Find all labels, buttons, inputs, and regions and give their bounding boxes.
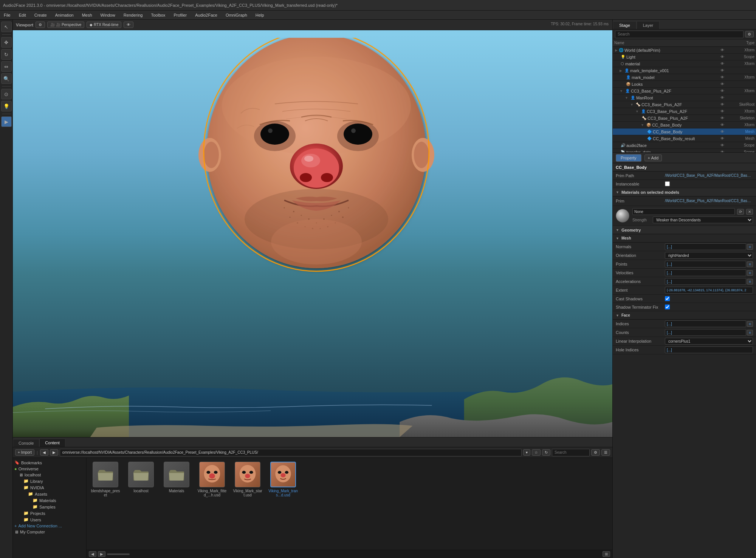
tab-stage[interactable]: Stage: [613, 21, 637, 29]
menu-create[interactable]: Create: [33, 12, 48, 18]
eye-audio2face[interactable]: 👁: [720, 143, 724, 147]
orientation-select[interactable]: rightHanded leftHanded: [665, 252, 753, 259]
tree-nvidia[interactable]: 📁NVIDIA: [13, 484, 86, 491]
points-expand-btn[interactable]: ≡: [747, 261, 753, 267]
hole-indices-input[interactable]: [665, 346, 753, 353]
stage-row-cc-base-body-result[interactable]: 🔷 CC_Base_Body_result 👁 Mesh: [613, 135, 756, 142]
file-item-transferred[interactable]: Viking_Mark_trans...d.usd: [268, 462, 298, 497]
stage-row-light[interactable]: 💡 Light 👁 Scope: [613, 54, 756, 60]
material-name-input[interactable]: [632, 208, 735, 215]
eye-cc3-xform[interactable]: 👁: [720, 109, 724, 113]
velocities-expand-btn[interactable]: ≡: [747, 270, 753, 276]
toolbar-zoom-btn[interactable]: 🔍: [1, 73, 12, 84]
tree-omniverse[interactable]: ●Omniverse: [13, 466, 86, 472]
eye-cc3-base-plus[interactable]: 👁: [720, 102, 724, 107]
file-item-fitted[interactable]: Viking_Mark_fitted_...h.usd: [197, 462, 227, 497]
menu-help[interactable]: Help: [254, 12, 266, 18]
tree-bookmarks[interactable]: 🔖Bookmarks: [13, 459, 86, 466]
file-search-input[interactable]: [552, 449, 590, 456]
materials-section-header[interactable]: Materials on selected models: [613, 188, 756, 196]
toolbar-light-btn[interactable]: 💡: [1, 101, 12, 111]
tab-content[interactable]: Content: [39, 439, 65, 447]
stage-row-looks[interactable]: 📦 Looks 👁: [613, 81, 756, 88]
instanceable-checkbox[interactable]: [665, 181, 670, 186]
menu-mesh[interactable]: Mesh: [81, 12, 94, 18]
tree-samples[interactable]: 📁Samples: [13, 504, 86, 510]
tree-users[interactable]: 📁Users: [13, 516, 86, 523]
eye-cc-base-body-result[interactable]: 👁: [720, 136, 724, 141]
toolbar-camera-btn[interactable]: ⊙: [1, 89, 12, 99]
grid-view-btn[interactable]: ⊞: [603, 551, 610, 557]
viewport-perspective-btn[interactable]: 🎥 🎥 Perspective: [47, 22, 84, 28]
stage-row-manroot[interactable]: ▼ 👤 ManRoot 👁: [613, 94, 756, 101]
viewport-eye-btn[interactable]: 👁: [124, 22, 133, 28]
back-btn[interactable]: ◀: [40, 449, 48, 456]
stage-row-material[interactable]: ⬡ material 👁 Xform: [613, 60, 756, 67]
accelerations-input[interactable]: [665, 278, 746, 285]
cast-shadows-checkbox[interactable]: [665, 296, 670, 301]
file-item-materials-folder[interactable]: Materials: [161, 462, 192, 493]
tree-projects[interactable]: 📁Projects: [13, 510, 86, 516]
stage-row-cc3[interactable]: ▼ 👤 CC3_Base_Plus_A2F 👁 Xform: [613, 88, 756, 94]
eye-material[interactable]: 👁: [720, 62, 724, 66]
stage-row-cc-base-body-parent[interactable]: ▼ 📦 CC_Base_Body 👁 Xform: [613, 122, 756, 128]
next-page-btn[interactable]: ▶: [98, 551, 105, 557]
eye-mark-template[interactable]: 👁: [720, 68, 724, 73]
prev-page-btn[interactable]: ◀: [89, 551, 96, 557]
prop-tab-property[interactable]: Property: [616, 154, 641, 162]
forward-btn[interactable]: ▶: [50, 449, 58, 456]
tree-add-connection[interactable]: +Add New Connection ...: [13, 523, 86, 529]
material-link-btn[interactable]: ⟳: [737, 209, 744, 215]
indices-input[interactable]: [665, 320, 746, 327]
indices-expand-btn[interactable]: ≡: [747, 321, 753, 327]
path-input[interactable]: [60, 449, 522, 456]
stage-row-mark-template[interactable]: ▶ 👤 mark_template_v001 👁: [613, 67, 756, 74]
file-item-start[interactable]: Viking_Mark_start.usd: [232, 462, 263, 497]
eye-cc3[interactable]: 👁: [720, 89, 724, 93]
stage-row-cc3-base-plus[interactable]: ▼ 🦴 CC3_Base_Plus_A2F 👁 SkelRoot: [613, 101, 756, 108]
stage-row-cc3-xform[interactable]: ▼ 👤 CC3_Base_Plus_A2F 👁 Xform: [613, 108, 756, 115]
stage-row-audio2face[interactable]: 🔊 audio2face 👁 Scope: [613, 142, 756, 149]
material-clear-btn[interactable]: ✕: [746, 209, 753, 215]
stage-row-mark-model[interactable]: 👤 mark_model 👁 Xform: [613, 74, 756, 81]
shadow-terminator-checkbox[interactable]: [665, 305, 670, 309]
filter-btn[interactable]: ⚙: [591, 449, 600, 456]
viewport-rtx-btn[interactable]: ◆ RTX Real-time: [87, 22, 121, 28]
toolbar-move-btn[interactable]: ✥: [1, 37, 12, 48]
points-input[interactable]: [665, 261, 746, 267]
menu-profiler[interactable]: Profiler: [172, 12, 188, 18]
stage-row-world[interactable]: ▶ 🌐 World (defaultPrim) 👁 Xform: [613, 47, 756, 54]
toolbar-rotate-btn[interactable]: ↻: [1, 49, 12, 60]
menu-animation[interactable]: Animation: [54, 12, 75, 18]
stage-filter-btn[interactable]: ⚙: [745, 31, 754, 37]
eye-manroot[interactable]: 👁: [720, 96, 724, 100]
eye-cc-base-body-parent[interactable]: 👁: [720, 123, 724, 127]
stage-row-skeleton[interactable]: 🦴 CC3_Base_Plus_A2F 👁 Skeleton: [613, 115, 756, 122]
tab-layer[interactable]: Layer: [637, 21, 660, 29]
tree-my-computer[interactable]: 🖥My Computer: [13, 529, 86, 535]
menu-audio2face[interactable]: Audio2Face: [194, 12, 219, 18]
eye-looks[interactable]: 👁: [720, 82, 724, 86]
toolbar-scale-btn[interactable]: ⇔: [1, 61, 12, 72]
menu-file[interactable]: File: [2, 12, 12, 18]
normals-expand-btn[interactable]: ≡: [747, 244, 753, 250]
eye-mark-model[interactable]: 👁: [720, 75, 724, 79]
toolbar-play-btn[interactable]: ▶: [1, 116, 12, 127]
menu-window[interactable]: Window: [99, 12, 117, 18]
file-item-localhost[interactable]: localhost: [126, 462, 156, 493]
eye-transfer-data[interactable]: 👁: [720, 150, 724, 153]
menu-edit[interactable]: Edit: [17, 12, 28, 18]
tab-console[interactable]: Console: [13, 439, 39, 447]
eye-cc-base-body[interactable]: 👁: [720, 130, 724, 134]
velocities-input[interactable]: [665, 269, 746, 276]
bookmark-btn[interactable]: ☆: [532, 449, 541, 456]
view-options-btn[interactable]: ☰: [601, 449, 610, 456]
tree-localhost[interactable]: 🖥localhost: [13, 472, 86, 478]
menu-toolbox[interactable]: Toolbox: [149, 12, 167, 18]
refresh-btn[interactable]: ↻: [542, 449, 550, 456]
eye-world[interactable]: 👁: [720, 48, 724, 52]
file-item-blendshape[interactable]: blendshape_preset: [90, 462, 121, 497]
mesh-section-header[interactable]: Mesh: [613, 234, 756, 243]
stage-row-transfer-data[interactable]: 📡 transfer_data 👁 Scope: [613, 149, 756, 153]
extent-input[interactable]: [665, 287, 753, 294]
